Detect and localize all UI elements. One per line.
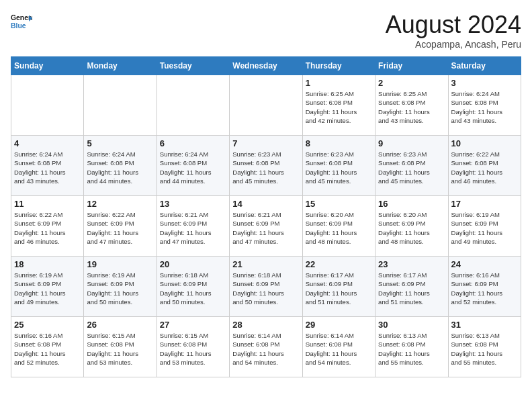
calendar-cell: 22Sunrise: 6:17 AM Sunset: 6:09 PM Dayli… [302,257,375,317]
day-info: Sunrise: 6:24 AM Sunset: 6:08 PM Dayligh… [87,150,153,185]
day-info: Sunrise: 6:16 AM Sunset: 6:08 PM Dayligh… [14,331,81,367]
weekday-header-monday: Monday [84,57,157,75]
page-header: General Blue August 2024 Acopampa, Ancas… [11,11,521,50]
day-number: 31 [451,320,518,330]
calendar-cell [84,75,157,136]
weekday-header-sunday: Sunday [11,57,84,75]
day-info: Sunrise: 6:23 AM Sunset: 6:08 PM Dayligh… [306,150,372,185]
day-number: 16 [378,199,445,209]
calendar-cell: 4Sunrise: 6:24 AM Sunset: 6:08 PM Daylig… [11,136,84,196]
calendar-cell: 8Sunrise: 6:23 AM Sunset: 6:08 PM Daylig… [302,136,375,196]
day-info: Sunrise: 6:14 AM Sunset: 6:08 PM Dayligh… [306,331,372,367]
day-number: 4 [14,138,81,148]
day-info: Sunrise: 6:16 AM Sunset: 6:09 PM Dayligh… [451,271,518,306]
calendar-cell: 15Sunrise: 6:20 AM Sunset: 6:09 PM Dayli… [302,196,375,257]
calendar-week-row: 25Sunrise: 6:16 AM Sunset: 6:08 PM Dayli… [11,317,521,377]
day-info: Sunrise: 6:22 AM Sunset: 6:08 PM Dayligh… [451,150,518,185]
day-info: Sunrise: 6:17 AM Sunset: 6:09 PM Dayligh… [378,271,445,306]
day-number: 8 [306,138,372,148]
day-info: Sunrise: 6:25 AM Sunset: 6:08 PM Dayligh… [378,89,445,125]
day-number: 19 [87,259,153,269]
day-info: Sunrise: 6:22 AM Sunset: 6:09 PM Dayligh… [87,210,153,246]
calendar-cell: 31Sunrise: 6:13 AM Sunset: 6:08 PM Dayli… [448,317,521,377]
calendar-cell: 18Sunrise: 6:19 AM Sunset: 6:09 PM Dayli… [11,257,84,317]
day-number: 12 [87,199,153,209]
calendar-cell: 7Sunrise: 6:23 AM Sunset: 6:08 PM Daylig… [230,136,302,196]
day-info: Sunrise: 6:15 AM Sunset: 6:08 PM Dayligh… [160,331,226,367]
day-number: 27 [160,320,226,330]
calendar-cell: 1Sunrise: 6:25 AM Sunset: 6:08 PM Daylig… [302,75,375,136]
calendar-week-row: 1Sunrise: 6:25 AM Sunset: 6:08 PM Daylig… [11,75,521,136]
day-number: 26 [87,320,153,330]
calendar-cell: 25Sunrise: 6:16 AM Sunset: 6:08 PM Dayli… [11,317,84,377]
calendar-cell: 10Sunrise: 6:22 AM Sunset: 6:08 PM Dayli… [448,136,521,196]
day-info: Sunrise: 6:20 AM Sunset: 6:09 PM Dayligh… [378,210,445,246]
day-number: 23 [378,259,445,269]
day-number: 2 [378,78,445,88]
calendar-title-area: August 2024 Acopampa, Ancash, Peru [386,11,521,50]
calendar-cell: 28Sunrise: 6:14 AM Sunset: 6:08 PM Dayli… [230,317,302,377]
day-number: 6 [160,138,226,148]
month-year-title: August 2024 [386,11,521,39]
calendar-week-row: 4Sunrise: 6:24 AM Sunset: 6:08 PM Daylig… [11,136,521,196]
day-info: Sunrise: 6:24 AM Sunset: 6:08 PM Dayligh… [451,89,518,125]
day-number: 24 [451,259,518,269]
calendar-cell: 26Sunrise: 6:15 AM Sunset: 6:08 PM Dayli… [84,317,157,377]
day-number: 15 [306,199,372,209]
day-number: 17 [451,199,518,209]
day-number: 21 [232,259,299,269]
day-info: Sunrise: 6:23 AM Sunset: 6:08 PM Dayligh… [378,150,445,185]
calendar-cell: 9Sunrise: 6:23 AM Sunset: 6:08 PM Daylig… [375,136,448,196]
day-info: Sunrise: 6:25 AM Sunset: 6:08 PM Dayligh… [306,89,372,125]
day-info: Sunrise: 6:19 AM Sunset: 6:09 PM Dayligh… [14,271,81,306]
calendar-cell: 16Sunrise: 6:20 AM Sunset: 6:09 PM Dayli… [375,196,448,257]
day-number: 28 [232,320,299,330]
calendar-cell: 5Sunrise: 6:24 AM Sunset: 6:08 PM Daylig… [84,136,157,196]
day-number: 22 [306,259,372,269]
day-number: 13 [160,199,226,209]
day-info: Sunrise: 6:13 AM Sunset: 6:08 PM Dayligh… [378,331,445,367]
calendar-cell: 14Sunrise: 6:21 AM Sunset: 6:09 PM Dayli… [230,196,302,257]
day-number: 30 [378,320,445,330]
calendar-cell [230,75,302,136]
weekday-header-saturday: Saturday [448,57,521,75]
day-info: Sunrise: 6:19 AM Sunset: 6:09 PM Dayligh… [87,271,153,306]
day-number: 3 [451,78,518,88]
day-number: 25 [14,320,81,330]
weekday-header-thursday: Thursday [302,57,375,75]
day-info: Sunrise: 6:23 AM Sunset: 6:08 PM Dayligh… [232,150,299,185]
calendar-cell: 12Sunrise: 6:22 AM Sunset: 6:09 PM Dayli… [84,196,157,257]
day-info: Sunrise: 6:18 AM Sunset: 6:09 PM Dayligh… [160,271,226,306]
calendar-cell: 21Sunrise: 6:18 AM Sunset: 6:09 PM Dayli… [230,257,302,317]
calendar-cell: 23Sunrise: 6:17 AM Sunset: 6:09 PM Dayli… [375,257,448,317]
calendar-cell: 3Sunrise: 6:24 AM Sunset: 6:08 PM Daylig… [448,75,521,136]
calendar-cell: 29Sunrise: 6:14 AM Sunset: 6:08 PM Dayli… [302,317,375,377]
logo: General Blue [11,11,32,32]
calendar-cell: 17Sunrise: 6:19 AM Sunset: 6:09 PM Dayli… [448,196,521,257]
calendar-cell: 19Sunrise: 6:19 AM Sunset: 6:09 PM Dayli… [84,257,157,317]
calendar-cell [11,75,84,136]
calendar-cell [157,75,229,136]
day-info: Sunrise: 6:17 AM Sunset: 6:09 PM Dayligh… [306,271,372,306]
day-number: 18 [14,259,81,269]
day-info: Sunrise: 6:22 AM Sunset: 6:09 PM Dayligh… [14,210,81,246]
weekday-header-friday: Friday [375,57,448,75]
calendar-cell: 11Sunrise: 6:22 AM Sunset: 6:09 PM Dayli… [11,196,84,257]
day-info: Sunrise: 6:19 AM Sunset: 6:09 PM Dayligh… [451,210,518,246]
calendar-cell: 24Sunrise: 6:16 AM Sunset: 6:09 PM Dayli… [448,257,521,317]
day-number: 1 [306,78,372,88]
day-info: Sunrise: 6:24 AM Sunset: 6:08 PM Dayligh… [160,150,226,185]
day-number: 10 [451,138,518,148]
day-info: Sunrise: 6:18 AM Sunset: 6:09 PM Dayligh… [232,271,299,306]
location-subtitle: Acopampa, Ancash, Peru [386,39,521,50]
general-blue-logo-icon: General Blue [11,11,32,32]
day-info: Sunrise: 6:24 AM Sunset: 6:08 PM Dayligh… [14,150,81,185]
day-info: Sunrise: 6:13 AM Sunset: 6:08 PM Dayligh… [451,331,518,367]
calendar-week-row: 11Sunrise: 6:22 AM Sunset: 6:09 PM Dayli… [11,196,521,257]
calendar-cell: 2Sunrise: 6:25 AM Sunset: 6:08 PM Daylig… [375,75,448,136]
day-info: Sunrise: 6:21 AM Sunset: 6:09 PM Dayligh… [232,210,299,246]
weekday-header-wednesday: Wednesday [230,57,302,75]
day-number: 9 [378,138,445,148]
calendar-cell: 20Sunrise: 6:18 AM Sunset: 6:09 PM Dayli… [157,257,229,317]
day-number: 5 [87,138,153,148]
